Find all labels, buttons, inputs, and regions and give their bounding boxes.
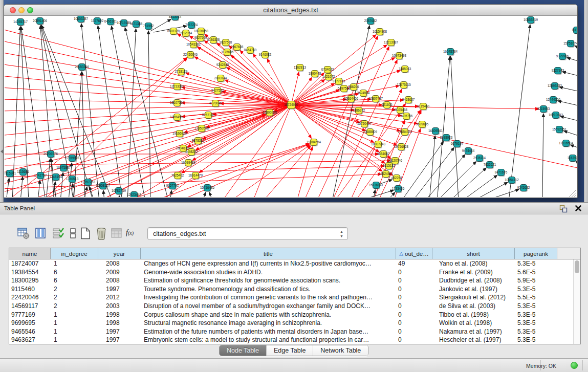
tab-network-table[interactable]: Network Table [313,345,368,356]
network-canvas[interactable]: 8601128891295418226058982750910543382818… [5,16,577,197]
cell-out_de[interactable]: 0 [396,327,432,336]
cell-short[interactable]: de Silva et al. (2003) [432,302,515,311]
table-settings-icon[interactable] [17,227,30,240]
network-edge[interactable] [203,192,206,197]
cell-out_de[interactable]: 0 [396,285,432,294]
cell-title[interactable]: Genome-wide association studies in ADHD. [141,268,396,277]
table-row[interactable]: 977716911998Corpus callosum shape and si… [9,311,573,319]
network-edge[interactable] [291,105,577,169]
vertical-scrollbar[interactable] [573,259,580,344]
cell-year[interactable]: 1998 [98,319,141,327]
cell-in_degree[interactable]: 6 [51,268,98,277]
cell-title[interactable]: Disruption of a novel member of a sodium… [141,302,396,311]
cell-in_degree[interactable]: 1 [51,336,98,344]
cell-title[interactable]: Estimation of the future numbers of pati… [141,327,396,336]
merge-rows-icon[interactable] [67,227,79,240]
network-edge[interactable] [125,144,309,197]
table-row[interactable]: 1456911722003Disruption of a novel membe… [9,302,573,311]
cell-pagerank[interactable]: 5.3E-5 [515,336,557,344]
network-edge[interactable] [103,190,104,197]
cell-short[interactable]: Wolkin et al. (1998) [432,319,515,327]
network-edge[interactable] [263,146,311,197]
cell-in_degree[interactable]: 1 [51,319,98,327]
cell-pagerank[interactable]: 5.6E-5 [515,268,557,277]
network-edge[interactable] [38,180,40,197]
cell-short[interactable]: Jankovic et al. (1997) [432,285,515,294]
network-edge[interactable] [5,64,291,105]
cell-title[interactable]: Estimation of significance thresholds fo… [141,276,396,285]
cell-in_degree[interactable]: 2 [51,302,98,311]
cell-pagerank[interactable]: 5.9E-5 [515,276,557,285]
cell-name[interactable]: 9465546 [9,327,51,336]
cell-out_de[interactable]: 0 [396,276,432,285]
network-edge[interactable] [43,58,187,197]
cell-year[interactable]: 2012 [98,293,141,302]
cell-pagerank[interactable]: 5.3E-5 [515,311,557,319]
cell-title[interactable]: Structural magnetic resonance image aver… [141,319,396,327]
cell-name[interactable]: 9463627 [9,336,51,344]
tab-edge-table[interactable]: Edge Table [267,345,313,356]
cell-short[interactable]: Stergiakouli et al. (2012) [432,293,515,302]
cell-year[interactable]: 1997 [98,285,141,294]
table-row[interactable]: 2242004622012Investigating the contribut… [9,293,573,302]
network-edge[interactable] [41,25,113,197]
column-header-year[interactable]: year [98,248,141,259]
network-edge[interactable] [559,87,577,93]
network-edge[interactable] [425,155,465,197]
network-edge[interactable] [186,73,291,105]
network-edge[interactable] [484,189,519,197]
network-edge[interactable] [304,36,378,197]
cell-out_de[interactable]: 0 [396,268,432,277]
table-row[interactable]: 946362711997Embryonic stem cells: a mode… [9,336,573,344]
table-row[interactable]: 1872400712008Changes of HCN gene express… [9,259,573,268]
collapse-panel-arrow-icon[interactable] [1,149,3,154]
network-edge[interactable] [462,175,497,197]
network-edge[interactable] [125,28,168,197]
cell-in_degree[interactable]: 1 [51,259,98,268]
network-edge[interactable] [542,114,543,197]
column-header-out_de[interactable]: △out_de… [396,248,432,259]
cell-out_de[interactable]: 0 [396,311,432,319]
network-window-titlebar[interactable]: citations_edges.txt [4,5,577,16]
cell-name[interactable]: 9777169 [9,311,51,319]
right-splitter-strip[interactable] [584,0,588,202]
network-edge[interactable] [182,87,291,105]
column-visibility-icon[interactable] [35,227,47,240]
cell-in_degree[interactable]: 2 [51,293,98,302]
network-edge[interactable] [575,46,577,51]
function-builder-icon[interactable]: f(x) [126,227,138,240]
network-edge[interactable] [567,58,577,63]
cell-out_de[interactable]: 0 [396,319,432,327]
cell-year[interactable]: 2008 [98,259,141,268]
cell-name[interactable]: 18300295 [9,276,51,285]
column-header-in_degree[interactable]: in_degree [51,248,98,259]
network-edge[interactable] [291,105,311,138]
network-edge[interactable] [28,114,266,197]
cell-out_de[interactable]: 0 [396,293,432,302]
network-edge[interactable] [82,72,85,197]
network-edge[interactable] [509,25,530,197]
cell-title[interactable]: Tourette syndrome. Phenomenology and cla… [141,285,396,294]
network-edge[interactable] [576,161,577,169]
column-header-pagerank[interactable]: pagerank [515,248,557,259]
cell-name[interactable]: 22420046 [9,293,51,302]
table-row[interactable]: 911546021997Tourette syndrome. Phenomeno… [9,285,573,294]
cell-title[interactable]: Changes of HCN gene expression and I(f) … [141,259,396,268]
cell-short[interactable]: Dudbridge et al. (2008) [432,276,515,285]
column-header-name[interactable]: name [9,248,51,259]
cell-year[interactable]: 1998 [98,311,141,319]
cell-short[interactable]: Yano et al. (2008) [432,259,515,268]
row-select-icon[interactable] [52,227,64,240]
network-edge[interactable] [437,56,450,197]
cell-short[interactable]: Franke et al. (2009) [432,268,515,277]
table-selector-combobox[interactable]: citations_edges.txt ▲▼ [147,227,348,240]
cell-name[interactable]: 19384554 [9,268,51,277]
cell-name[interactable]: 9699695 [9,319,51,327]
cell-name[interactable]: 14569117 [9,302,51,311]
network-edge[interactable] [560,116,577,122]
cell-title[interactable]: Corpus callosum shape and size in male p… [141,311,396,319]
network-edge[interactable] [450,56,459,197]
cell-short[interactable]: Hescheler et al. (1997) [432,336,515,344]
network-window[interactable]: citations_edges.txt 86011288912954182260… [4,4,578,198]
cell-pagerank[interactable]: 5.3E-5 [515,327,557,336]
